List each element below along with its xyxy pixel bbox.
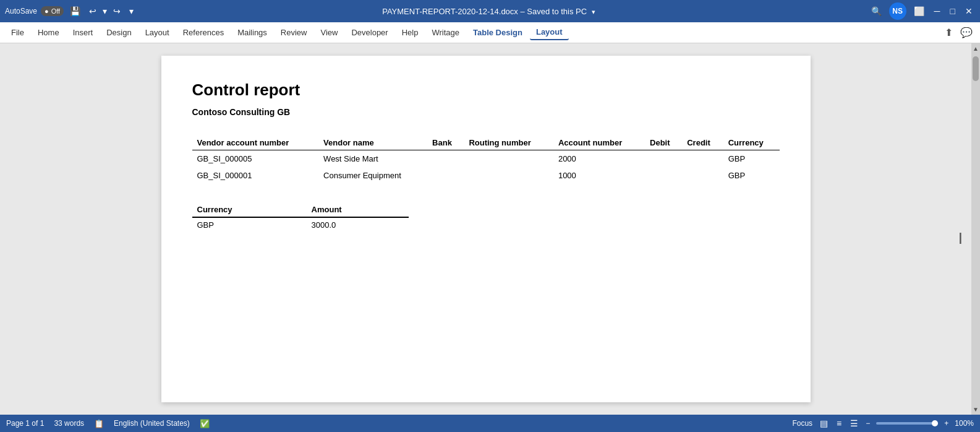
- accessibility-icon[interactable]: ✅: [200, 419, 210, 428]
- document-name: PAYMENT-REPORT-2020-12-14.docx: [382, 7, 518, 16]
- autosave-state: Off: [51, 7, 60, 15]
- zoom-slider[interactable]: [876, 422, 938, 425]
- autosave-toggle[interactable]: ● Off: [41, 6, 64, 16]
- search-button[interactable]: 🔍: [869, 5, 884, 17]
- zoom-decrease[interactable]: −: [866, 419, 870, 428]
- summary-header-row: Currency Amount: [192, 202, 409, 217]
- cell-account-1: 2000: [553, 150, 645, 168]
- comments-button[interactable]: 💬: [958, 25, 975, 40]
- status-bar: Page 1 of 1 33 words 📋 English (United S…: [0, 415, 980, 432]
- summary-amount-value: 3000.0: [307, 217, 409, 232]
- autosave-label: AutoSave: [5, 7, 37, 15]
- view-mode-print[interactable]: ▤: [819, 417, 829, 430]
- menu-review[interactable]: Review: [275, 25, 313, 40]
- cell-vendor-account-2: GB_SI_000001: [192, 167, 319, 184]
- vertical-scrollbar[interactable]: ▲ ▼: [971, 43, 980, 415]
- summary-section: Currency Amount GBP 3000.0: [192, 202, 780, 232]
- minimize-button[interactable]: ─: [932, 5, 943, 17]
- summary-currency-value: GBP: [192, 217, 307, 232]
- cell-routing-2: [464, 167, 553, 184]
- word-count: 33 words: [54, 419, 84, 428]
- cell-credit-1: [682, 150, 723, 168]
- summary-col-amount: Amount: [307, 202, 409, 217]
- view-mode-web[interactable]: ≡: [835, 417, 843, 430]
- undo-button[interactable]: ↩: [87, 5, 99, 17]
- main-data-table: Vendor account number Vendor name Bank R…: [192, 136, 780, 184]
- col-account-number: Account number: [553, 136, 645, 150]
- menu-mailings[interactable]: Mailings: [231, 25, 273, 40]
- cell-routing-1: [464, 150, 553, 168]
- menu-bar: File Home Insert Design Layout Reference…: [0, 22, 980, 43]
- save-status-separator: –: [520, 7, 527, 16]
- cell-credit-2: [682, 167, 723, 184]
- page-info: Page 1 of 1: [6, 419, 44, 428]
- cell-bank-1: [427, 150, 464, 168]
- menu-home[interactable]: Home: [32, 25, 66, 40]
- menu-file[interactable]: File: [5, 25, 30, 40]
- cell-debit-1: [645, 150, 682, 168]
- zoom-slider-thumb[interactable]: [932, 420, 938, 426]
- col-bank: Bank: [427, 136, 464, 150]
- cell-currency-1: GBP: [723, 150, 780, 168]
- scroll-up-arrow[interactable]: ▲: [973, 43, 979, 54]
- title-bar: AutoSave ● Off 💾 ↩ ▾ ↪ ▾ PAYMENT-REPORT-…: [0, 0, 980, 22]
- proofread-icon[interactable]: 📋: [94, 419, 104, 428]
- zoom-increase[interactable]: +: [944, 419, 948, 428]
- menu-view[interactable]: View: [314, 25, 344, 40]
- menu-help[interactable]: Help: [396, 25, 425, 40]
- cell-currency-2: GBP: [723, 167, 780, 184]
- language[interactable]: English (United States): [114, 419, 190, 428]
- table-header-row: Vendor account number Vendor name Bank R…: [192, 136, 780, 150]
- focus-button[interactable]: Focus: [792, 419, 812, 428]
- menu-references[interactable]: References: [177, 25, 230, 40]
- menu-layout[interactable]: Layout: [139, 25, 176, 40]
- redo-button[interactable]: ↪: [111, 5, 123, 17]
- maximize-button[interactable]: □: [948, 5, 958, 17]
- col-debit: Debit: [645, 136, 682, 150]
- menu-writage[interactable]: Writage: [425, 25, 466, 40]
- col-routing-number: Routing number: [464, 136, 553, 150]
- menu-table-design[interactable]: Table Design: [467, 25, 529, 40]
- text-cursor-indicator: I: [958, 229, 963, 248]
- col-currency: Currency: [723, 136, 780, 150]
- undo-redo-group: ↩ ▾ ↪: [87, 5, 123, 17]
- status-bar-right: Focus ▤ ≡ ☰ − + 100%: [792, 417, 974, 430]
- menu-developer[interactable]: Developer: [345, 25, 394, 40]
- menu-insert[interactable]: Insert: [67, 25, 100, 40]
- cell-vendor-name-2: Consumer Equipment: [318, 167, 427, 184]
- content-area: Control report Contoso Consulting GB Ven…: [0, 43, 980, 415]
- summary-row: GBP 3000.0: [192, 217, 409, 232]
- summary-table: Currency Amount GBP 3000.0: [192, 202, 409, 232]
- cell-account-2: 1000: [553, 167, 645, 184]
- close-button[interactable]: ✕: [963, 5, 975, 17]
- scroll-down-arrow[interactable]: ▼: [973, 404, 979, 415]
- cell-bank-2: [427, 167, 464, 184]
- scroll-thumb[interactable]: [973, 56, 979, 81]
- save-location-dropdown[interactable]: ▾: [589, 7, 598, 17]
- toggle-circle: ●: [45, 7, 49, 15]
- undo-dropdown[interactable]: ▾: [100, 5, 109, 17]
- document-page[interactable]: Control report Contoso Consulting GB Ven…: [161, 56, 811, 402]
- cell-vendor-name-1: West Side Mart: [318, 150, 427, 168]
- save-status: Saved to this PC: [527, 7, 587, 16]
- col-vendor-name: Vendor name: [318, 136, 427, 150]
- col-credit: Credit: [682, 136, 723, 150]
- menu-layout2[interactable]: Layout: [530, 25, 569, 40]
- document-subtitle: Contoso Consulting GB: [192, 107, 780, 117]
- summary-col-currency: Currency: [192, 202, 307, 217]
- document-area[interactable]: Control report Contoso Consulting GB Ven…: [0, 43, 971, 415]
- user-avatar[interactable]: NS: [889, 2, 906, 20]
- customize-qat-button[interactable]: ▾: [127, 5, 136, 17]
- title-bar-left: AutoSave ● Off 💾 ↩ ▾ ↪ ▾: [5, 5, 245, 17]
- ribbon-display-button[interactable]: ⬜: [911, 5, 927, 17]
- menu-design[interactable]: Design: [100, 25, 137, 40]
- title-bar-right: 🔍 NS ⬜ ─ □ ✕: [735, 2, 975, 20]
- document-title: Control report: [192, 80, 780, 100]
- zoom-percent[interactable]: 100%: [955, 419, 974, 428]
- share-button[interactable]: ⬆: [942, 25, 955, 40]
- view-mode-outline[interactable]: ☰: [849, 417, 859, 430]
- save-button[interactable]: 💾: [67, 5, 83, 17]
- table-row: GB_SI_000005 West Side Mart 2000 GBP: [192, 150, 780, 168]
- col-vendor-account: Vendor account number: [192, 136, 319, 150]
- title-bar-center: PAYMENT-REPORT-2020-12-14.docx – Saved t…: [249, 7, 731, 16]
